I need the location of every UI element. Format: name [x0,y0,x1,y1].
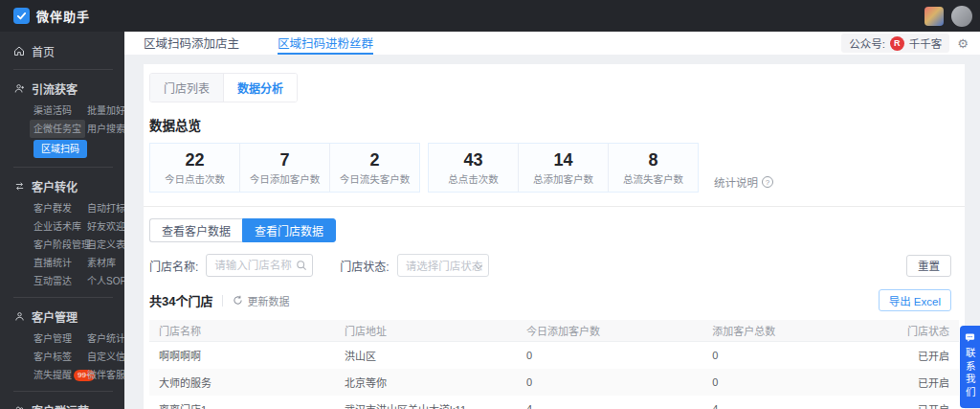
sidebar-item-service-center[interactable]: 微伴客服中心 [87,366,124,384]
chat-bubble-icon [965,332,975,343]
sidebar-item-channel-code[interactable]: 渠道活码 [33,102,87,120]
stat-label: 总添加客户数 [533,171,593,186]
filter-row: 门店名称: 门店状态: 请选择门店状态 [149,254,959,277]
sidebar-item-customer-tags[interactable]: 客户标签 [33,348,87,366]
divider [13,297,113,298]
sidebar-section-conversion[interactable]: 客户转化 [13,174,124,197]
user-avatar[interactable] [924,7,944,26]
profile-avatar[interactable] [951,6,972,27]
sidebar-group: 客户群发 自动打标签 企业话术库 好友欢迎语 客户阶段管理 自定义表单 直播统计… [33,199,124,290]
refresh-data-link[interactable]: 更新数据 [233,293,289,308]
sidebar-item-label: 流失提醒 [33,370,72,380]
sidebar-item-material-library[interactable]: 素材库 [87,254,124,272]
stat-value: 2 [369,150,379,170]
sidebar-item-custom-form[interactable]: 自定义表单 [87,236,124,254]
view-customer-data-button[interactable]: 查看客户数据 [149,218,242,242]
stat-label: 总流失客户数 [623,171,683,186]
sidebar-item-batch-add-friend[interactable]: 批量加好友 [87,102,124,120]
divider [222,295,223,307]
sidebar-section-lead-gen[interactable]: 引流获客 [13,77,124,100]
col-today-added: 今日添加客户数 [526,323,712,338]
table-row: 啊啊啊啊 洪山区 0 0 已开启 [149,342,959,369]
col-total-added: 添加客户总数 [712,323,890,338]
official-account-pill[interactable]: 公众号: R 千千客 [841,34,949,53]
cell-store-name: 大师的服务 [159,375,345,390]
tab-store-list[interactable]: 门店列表 [150,74,224,102]
stat-value: 7 [279,150,289,170]
sidebar-item-auto-tag[interactable]: 自动打标签 [87,199,124,217]
transfer-arrows-icon [13,181,25,192]
tab-data-analysis[interactable]: 数据分析 [224,74,297,102]
cell-store-address: 武汉市洪山区关山大道k11 [345,401,526,409]
cell-today-added: 0 [526,376,712,388]
cell-store-status: 已开启 [890,348,949,363]
contact-us-label: 联系我们 [965,348,975,399]
home-icon [13,45,25,57]
sidebar-item-welcome-msg[interactable]: 好友欢迎语 [87,217,124,236]
sidebar-item-personal-sop[interactable]: 个人SOP [87,272,124,290]
divider [13,167,113,168]
col-store-name: 门店名称 [159,323,345,338]
table-row: 离离门店1 武汉市洪山区关山大道k11 4 4 已开启 [149,396,959,409]
store-status-select[interactable]: 请选择门店状态 [397,254,489,277]
stats-box-total: 43 总点击次数 14 总添加客户数 8 总流失客户数 [428,143,699,193]
stat-value: 22 [185,150,204,170]
sidebar-item-customer-mgmt[interactable]: 客户管理 [33,329,87,348]
sidebar-item-customer-stage[interactable]: 客户阶段管理 [33,236,87,254]
sidebar-group: 渠道活码 批量加好友 企微任务宝 用户搜索添加 区域扫码 [33,102,124,160]
divider [144,206,965,207]
stat-total-lost: 8 总流失客户数 [608,144,698,192]
stat-value: 8 [648,150,657,170]
stats-row: 22 今日点击次数 7 今日添加客户数 2 今日流失客户数 [149,143,959,193]
stat-label: 今日流失客户数 [340,171,411,186]
sidebar-item-region-scan[interactable]: 区域扫码 [33,140,87,158]
view-toggle: 查看客户数据 查看门店数据 [149,218,336,242]
content-area: 门店列表 数据分析 数据总览 22 今日点击次数 7 今日添加客 [124,55,980,409]
sidebar-item-home[interactable]: 首页 [13,39,124,62]
store-name-input-wrap [206,254,313,277]
sidebar-item-script-library[interactable]: 企业话术库 [33,217,87,236]
app-logo: 微伴助手 [13,7,90,25]
topbar: 微伴助手 [0,0,980,32]
sidebar-section-group-ops[interactable]: 客户群运营 [13,398,124,409]
page-header: 区域扫码添加店主 区域扫码进粉丝群 公众号: R 千千客 ⚙ [124,32,980,55]
table-header: 门店名称 门店地址 今日添加客户数 添加客户总数 门店状态 [149,320,959,342]
app-title: 微伴助手 [36,7,90,25]
export-excel-button[interactable]: 导出 Excel [879,289,951,311]
store-count: 共34个门店 [149,291,212,309]
sidebar-item-task-bao[interactable]: 企微任务宝 [30,120,85,138]
store-name-label: 门店名称: [149,258,198,274]
view-store-data-button[interactable]: 查看门店数据 [242,218,336,242]
stat-label: 今日点击次数 [165,171,225,186]
stat-total-clicks: 43 总点击次数 [429,144,518,192]
cell-total-added: 0 [712,376,890,388]
sub-tabs: 门店列表 数据分析 [149,73,298,102]
reset-button[interactable]: 重置 [906,255,951,277]
tab-region-scan-join-fans[interactable]: 区域扫码进粉丝群 [278,32,373,55]
sidebar-item-interactive-radar[interactable]: 互动雷达 [33,272,87,290]
divider [13,69,113,70]
divider [13,391,113,392]
sidebar-item-customer-mass-msg[interactable]: 客户群发 [33,199,87,217]
tab-region-scan-add-owner[interactable]: 区域扫码添加店主 [144,32,239,55]
sidebar-item-churn-alert[interactable]: 流失提醒99+ [33,366,87,384]
sidebar-item-label: 首页 [32,43,55,59]
settings-gear-icon[interactable]: ⚙ [957,37,969,50]
sidebar-item-custom-info[interactable]: 自定义信息 [87,348,124,366]
sidebar-section-label: 客户转化 [32,178,78,194]
stat-today-clicks: 22 今日点击次数 [150,144,239,192]
stat-value: 43 [463,150,482,170]
stat-label: 总点击次数 [448,171,499,186]
cell-store-status: 已开启 [890,401,949,409]
sidebar-section-customer-mgmt[interactable]: 客户管理 [13,305,124,328]
stats-note[interactable]: 统计说明 ? [714,174,773,190]
sidebar-item-customer-stats[interactable]: 客户统计 [87,329,124,348]
cell-total-added: 0 [712,350,890,361]
stats-note-label: 统计说明 [714,174,758,190]
account-avatar: R [890,36,904,51]
contact-us-button[interactable]: 联系我们 [960,326,980,408]
topbar-right [924,6,972,27]
content-card: 门店列表 数据分析 数据总览 22 今日点击次数 7 今日添加客 [144,64,965,409]
sidebar-item-user-search-add[interactable]: 用户搜索添加 [87,120,124,138]
sidebar-item-live-stats[interactable]: 直播统计 [33,254,87,272]
